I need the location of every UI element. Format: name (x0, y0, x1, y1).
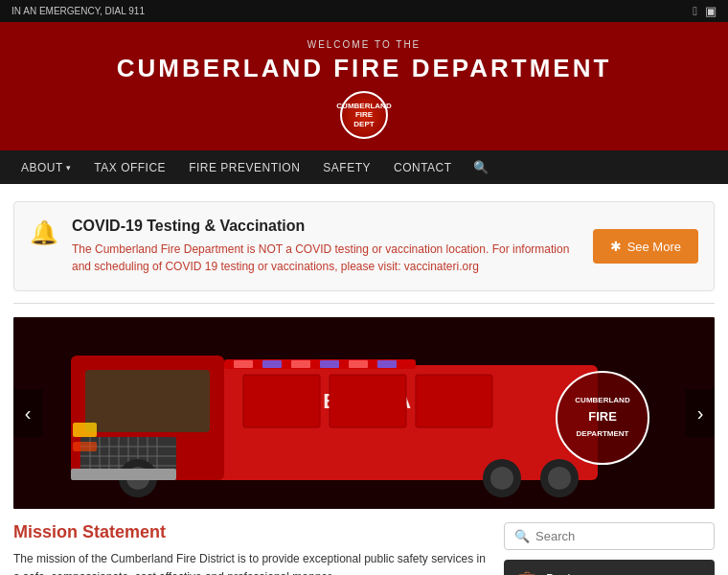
top-bar: IN AN EMERGENCY, DIAL 911  ▣ (0, 0, 728, 22)
asterisk-icon: ✱ (610, 239, 622, 254)
svg-text:DEPARTMENT: DEPARTMENT (577, 429, 629, 438)
carousel-next-button[interactable]: › (686, 389, 715, 437)
header-welcome: WELCOME TO THE (10, 39, 718, 50)
svg-rect-25 (243, 375, 320, 427)
svg-rect-23 (73, 442, 97, 451)
divider (13, 303, 715, 304)
nav-tax-office[interactable]: TAX OFFICE (84, 151, 175, 184)
svg-rect-39 (71, 469, 176, 480)
facebook-icon[interactable]:  (693, 4, 697, 18)
svg-point-21 (490, 467, 513, 490)
search-input[interactable] (535, 529, 704, 543)
mission-text: The mission of the Cumberland Fire Distr… (13, 550, 490, 575)
right-column: 🔍 💼 Business 👥 Meetings (504, 522, 715, 575)
truck-svg: CUMBERLAND CUMBERLAND FIRE DEPARTMENT (13, 317, 715, 509)
top-bar-icons:  ▣ (693, 4, 717, 18)
chevron-down-icon: ▾ (66, 163, 72, 172)
nav-about[interactable]: ABOUT ▾ (11, 151, 80, 184)
left-column: Mission Statement The mission of the Cum… (13, 522, 490, 575)
see-more-button[interactable]: ✱ See More (593, 229, 698, 264)
svg-rect-33 (234, 360, 253, 368)
svg-rect-26 (330, 375, 406, 427)
svg-rect-37 (349, 360, 368, 368)
svg-rect-3 (85, 370, 210, 432)
svg-rect-36 (320, 360, 339, 368)
search-icon: 🔍 (514, 529, 530, 543)
svg-text:CUMBERLAND: CUMBERLAND (575, 396, 630, 404)
main-content: Mission Statement The mission of the Cum… (13, 522, 715, 575)
nav-fire-prevention[interactable]: FIRE PREVENTION (179, 151, 309, 184)
business-button[interactable]: 💼 Business (504, 560, 715, 575)
emergency-text: IN AN EMERGENCY, DIAL 911 (11, 6, 145, 16)
search-box[interactable]: 🔍 (504, 522, 715, 550)
svg-text:FIRE: FIRE (588, 409, 617, 424)
briefcase-icon: 💼 (517, 569, 536, 575)
search-icon[interactable]: 🔍 (466, 150, 496, 184)
alert-text: The Cumberland Fire Department is NOT a … (72, 241, 580, 275)
svg-rect-27 (416, 375, 492, 427)
mission-title: Mission Statement (13, 522, 490, 542)
nav-contact[interactable]: CONTACT (384, 151, 462, 184)
main-nav: ABOUT ▾ TAX OFFICE FIRE PREVENTION SAFET… (0, 150, 728, 184)
site-header: WELCOME TO THE CUMBERLAND FIRE DEPARTMEN… (0, 22, 728, 150)
image-carousel: CUMBERLAND CUMBERLAND FIRE DEPARTMENT (13, 317, 715, 509)
nav-safety[interactable]: SAFETY (313, 151, 380, 184)
header-title: CUMBERLAND FIRE DEPARTMENT (10, 54, 718, 83)
carousel-prev-button[interactable]: ‹ (13, 389, 42, 437)
svg-rect-34 (262, 360, 282, 368)
logo-circle: CUMBERLANDFIREDEPT (340, 91, 388, 139)
svg-rect-38 (377, 360, 397, 368)
truck-illustration: CUMBERLAND CUMBERLAND FIRE DEPARTMENT (13, 317, 715, 509)
bell-icon: 🔔 (30, 219, 58, 246)
alert-title: COVID-19 Testing & Vaccination (72, 218, 580, 235)
carousel-image: CUMBERLAND CUMBERLAND FIRE DEPARTMENT (13, 317, 715, 509)
alert-content: COVID-19 Testing & Vaccination The Cumbe… (72, 218, 580, 275)
alert-box: 🔔 COVID-19 Testing & Vaccination The Cum… (13, 201, 715, 291)
svg-rect-35 (291, 360, 310, 368)
svg-point-19 (548, 467, 571, 490)
monitor-icon[interactable]: ▣ (705, 4, 717, 18)
svg-rect-22 (73, 423, 97, 437)
header-logo: CUMBERLANDFIREDEPT (10, 91, 718, 139)
